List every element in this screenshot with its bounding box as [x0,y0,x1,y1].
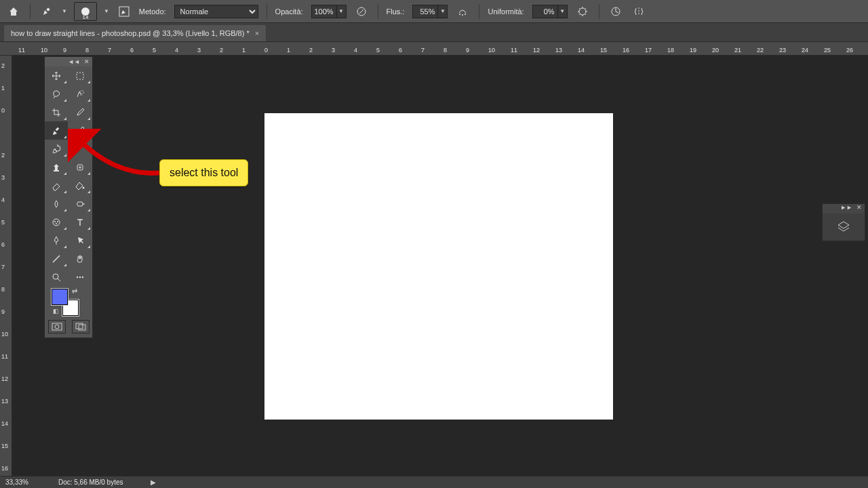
smoothing-options-icon[interactable] [574,3,591,20]
home-button[interactable] [5,3,22,20]
chevron-down-icon[interactable]: ▼ [438,5,448,18]
brush-tool[interactable] [45,121,68,140]
zoom-level[interactable]: 33,33% [5,479,28,486]
ruler-tick-label: 0 [1,107,5,114]
zoom-tool[interactable] [45,268,68,286]
close-icon[interactable]: × [255,29,259,37]
brush-panel-toggle[interactable] [116,3,132,20]
pencil-tool[interactable] [68,121,92,140]
vertical-ruler[interactable]: 2102345678910111213141516 [0,56,12,476]
ruler-tick-label: 0 [264,47,268,54]
blend-mode-label: Metodo: [139,7,166,16]
ruler-tick-label: 9 [1,308,5,315]
chevron-down-icon[interactable]: ▼ [104,8,109,14]
chevron-down-icon[interactable]: ▼ [558,5,568,18]
angle-button[interactable] [608,3,624,20]
move-tool[interactable] [45,66,68,85]
document-tab[interactable]: how to draw straight lines - photoshop.p… [4,25,266,41]
doc-info[interactable]: Doc: 5,66 MB/0 bytes [58,479,123,486]
screen-mode-button[interactable] [72,320,90,333]
document-tab-bar: how to draw straight lines - photoshop.p… [0,23,868,42]
ruler-tick-label: 14 [1,420,8,427]
tools-panel: ◄◄ ✕ ⇄ ◧ [44,56,93,338]
crop-tool[interactable] [45,103,68,121]
swap-colors-icon[interactable]: ⇄ [72,287,77,295]
eraser-tool[interactable] [45,176,68,195]
ruler-tick-label: 13 [555,47,562,54]
paint-bucket-tool[interactable] [68,176,92,195]
tool-preset-icon[interactable] [39,3,55,20]
separator [378,4,378,19]
foreground-color-swatch[interactable] [52,289,68,305]
brush-preset-picker[interactable]: 14 [74,2,97,21]
default-colors-icon[interactable]: ◧ [53,308,59,314]
layers-panel-button[interactable] [823,214,865,241]
ruler-tick-label: 21 [734,47,741,54]
path-select-tool[interactable] [68,231,92,249]
ruler-tick-label: 23 [779,47,786,54]
svg-point-3 [459,14,460,15]
opacity-input[interactable]: 100% [311,5,337,18]
close-icon[interactable]: ✕ [84,58,90,65]
healing-brush-tool[interactable] [68,158,92,176]
expand-icon[interactable]: ►► [840,204,852,214]
chevron-down-icon[interactable]: ▼ [337,5,347,18]
ruler-tick-label: 13 [1,398,8,405]
ruler-tick-label: 3 [332,47,335,54]
ruler-tick-label: 9 [63,47,66,54]
lasso-tool[interactable] [45,85,68,103]
ruler-tick-label: 12 [1,375,8,382]
type-tool[interactable] [68,213,92,231]
callout-text: select this tool [170,167,238,178]
ruler-tick-label: 15 [1,443,8,449]
ruler-tick-label: 16 [623,47,629,54]
quick-select-tool[interactable] [68,85,92,103]
blur-tool[interactable] [45,195,68,213]
document-canvas[interactable] [264,113,613,420]
ruler-tick-label: 6 [130,47,134,54]
more-tool[interactable] [68,268,92,286]
ruler-tick-label: 4 [354,47,357,54]
separator [599,4,599,19]
svg-point-23 [77,276,78,277]
svg-line-22 [58,279,60,281]
ruler-tick-label: 9 [466,47,469,54]
ruler-tick-label: 5 [1,219,5,226]
airbrush-toggle[interactable] [454,3,471,20]
collapse-icon[interactable]: ◄◄ [68,58,80,65]
svg-rect-12 [54,170,59,171]
horizontal-ruler[interactable]: 1110987654321012345678910111213141516171… [0,42,868,56]
smoothness-input[interactable]: 0% [532,5,558,18]
mixer-brush-tool[interactable] [45,213,68,231]
smoothness-label: Uniformità: [488,7,524,16]
ruler-tick-label: 4 [175,47,178,54]
history-brush-tool[interactable] [45,140,68,158]
callout-tooltip: select this tool [159,159,248,186]
svg-rect-11 [56,127,60,131]
hand-tool[interactable] [68,249,92,268]
chevron-right-icon[interactable]: ▶ [151,479,156,486]
eyedropper-tool[interactable] [68,103,92,121]
blend-mode-select[interactable]: Normale [174,5,258,18]
separator [479,4,479,19]
canvas-area [12,56,868,476]
dodge-tool[interactable] [68,195,92,213]
ruler-tick-label: 22 [757,47,764,54]
ruler-tick-label: 1 [242,47,245,54]
pen-tool[interactable] [45,231,68,249]
ruler-tick-label: 2 [1,152,5,159]
svg-point-18 [57,221,58,222]
ruler-tick-label: 6 [1,241,5,248]
clone-stamp-tool[interactable] [45,158,68,176]
symmetry-button[interactable] [631,3,647,20]
flow-input[interactable]: 55% [412,5,438,18]
svg-point-21 [53,274,58,279]
close-icon[interactable]: ✕ [856,204,862,214]
chevron-down-icon[interactable]: ▼ [62,8,67,14]
line-tool[interactable] [45,249,68,268]
svg-rect-9 [77,73,83,79]
opacity-pressure-toggle[interactable] [353,3,370,20]
marquee-tool[interactable] [68,66,92,85]
opacity-label: Opacità: [275,7,303,16]
quick-mask-button[interactable] [48,320,66,333]
